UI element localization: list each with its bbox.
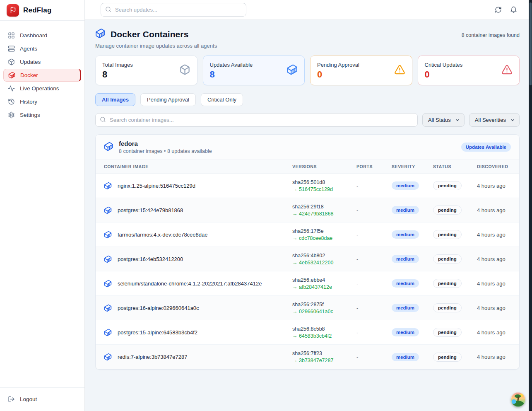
filter-tab-all-images[interactable]: All Images — [95, 93, 135, 106]
topbar — [85, 0, 532, 20]
image-name: postgres:15:424e79b81868 — [118, 207, 183, 213]
alert-icon — [501, 64, 513, 77]
sidebar: RedFlag Dashboard Agents Updates Docker … — [0, 0, 85, 411]
page-header: Docker Containers Manage container image… — [95, 28, 520, 49]
column-header-discovered: DISCOVERED — [477, 164, 511, 169]
refresh-icon[interactable] — [495, 6, 502, 13]
container-image-cell: farmos/farmos:4.x-dev:cdc78cee8dae — [104, 231, 292, 239]
version-new: → 3b73847e7287 — [292, 358, 356, 363]
sidebar-item-settings[interactable]: Settings — [3, 109, 81, 121]
severity-filter-select[interactable]: All Severities — [469, 113, 520, 127]
container-icon — [104, 304, 112, 312]
container-icon — [104, 329, 112, 336]
ports-cell: - — [356, 329, 392, 336]
status-filter-select[interactable]: All Status — [422, 113, 465, 127]
table-row[interactable]: postgres:15-alpine:64583b3cb4f2 sha256:8… — [96, 320, 519, 345]
table-row[interactable]: farmos/farmos:4.x-dev:cdc78cee8dae sha25… — [96, 222, 519, 247]
images-found-count: 8 container images found — [462, 32, 520, 38]
stat-value: 0 — [317, 69, 405, 80]
filter-tab-pending-approval[interactable]: Pending Approval — [140, 93, 196, 106]
stat-card-total-images: Total Images 8 — [95, 56, 197, 85]
sidebar-item-history[interactable]: History — [3, 95, 81, 108]
container-icon — [104, 231, 112, 239]
discovered-cell: 4 hours ago — [477, 305, 511, 311]
sidebar-item-dashboard[interactable]: Dashboard — [3, 29, 81, 42]
sidebar-item-updates[interactable]: Updates — [3, 56, 81, 68]
container-image-cell: postgres:15:424e79b81868 — [104, 206, 292, 214]
sidebar-item-agents[interactable]: Agents — [3, 42, 81, 55]
sidebar-item-live-operations[interactable]: Live Operations — [3, 82, 81, 95]
global-search — [101, 3, 246, 17]
stat-value: 8 — [102, 69, 190, 80]
version-new: → 4eb532412200 — [292, 260, 356, 266]
ports-cell: - — [356, 354, 392, 360]
island-widget[interactable] — [511, 392, 525, 407]
sidebar-item-label: Docker — [20, 72, 38, 78]
severity-cell: medium — [392, 181, 433, 190]
search-icon — [105, 6, 111, 12]
container-icon — [104, 142, 113, 153]
alert-icon — [394, 64, 405, 77]
version-current: sha256:4b802 — [292, 253, 356, 259]
table-row[interactable]: nginx:1.25-alpine:516475cc129d sha256:50… — [96, 174, 519, 198]
main-area: Docker Containers Manage container image… — [85, 0, 532, 411]
severity-cell: medium — [392, 255, 433, 263]
status-cell: pending — [433, 230, 477, 239]
table-row[interactable]: redis:7-alpine:3b73847e7287 sha256:7ff23… — [96, 345, 519, 369]
filter-tab-critical-only[interactable]: Critical Only — [201, 93, 243, 106]
table-row[interactable]: selenium/standalone-chrome:4.1.2-2022021… — [96, 271, 519, 296]
severity-badge: medium — [392, 304, 419, 312]
status-badge: pending — [433, 206, 462, 215]
table-row[interactable]: postgres:16-alpine:029660641a0c sha256:2… — [96, 296, 519, 320]
updates-available-badge: Updates Available — [461, 143, 511, 152]
settings-icon — [8, 111, 15, 118]
status-cell: pending — [433, 303, 477, 312]
container-icon — [286, 64, 298, 77]
versions-cell: sha256:17f5e → cdc78cee8dae — [292, 228, 356, 241]
sidebar-item-docker[interactable]: Docker — [3, 69, 81, 82]
logout-button[interactable]: Logout — [3, 393, 81, 406]
status-cell: pending — [433, 353, 477, 362]
scrollbar-thumb[interactable] — [530, 2, 532, 85]
table-row[interactable]: postgres:15:424e79b81868 sha256:29f18 → … — [96, 198, 519, 222]
version-current: sha256:17f5e — [292, 228, 356, 234]
brand: RedFlag — [0, 0, 84, 21]
status-badge: pending — [433, 328, 462, 337]
versions-cell: sha256:29f18 → 424e79b81868 — [292, 204, 356, 217]
page-scrollbar[interactable] — [529, 0, 532, 411]
image-name: selenium/standalone-chrome:4.1.2-2022021… — [118, 280, 262, 287]
discovered-cell: 4 hours ago — [477, 280, 511, 287]
container-image-cell: postgres:15-alpine:64583b3cb4f2 — [104, 329, 292, 336]
status-badge: pending — [433, 353, 462, 362]
container-image-cell: redis:7-alpine:3b73847e7287 — [104, 353, 292, 361]
severity-badge: medium — [392, 353, 419, 361]
global-search-input[interactable] — [101, 3, 246, 17]
stat-label: Total Images — [102, 62, 190, 68]
ports-cell: - — [356, 183, 392, 189]
column-header-ports: PORTS — [356, 164, 392, 169]
sidebar-item-label: Agents — [20, 46, 37, 52]
table-row[interactable]: postgres:16:4eb532412200 sha256:4b802 → … — [96, 247, 519, 271]
discovered-cell: 4 hours ago — [477, 354, 511, 360]
status-badge: pending — [433, 303, 462, 312]
severity-cell: medium — [392, 304, 433, 312]
bell-icon[interactable] — [510, 6, 517, 13]
severity-badge: medium — [392, 328, 419, 336]
version-current: sha256:2875f — [292, 302, 356, 307]
container-image-cell: postgres:16-alpine:029660641a0c — [104, 304, 292, 312]
filter-tab-label: All Images — [102, 97, 129, 103]
sidebar-item-label: Live Operations — [20, 85, 59, 92]
logout-label: Logout — [20, 396, 37, 402]
severity-cell: medium — [392, 353, 433, 361]
column-header-container-image: CONTAINER IMAGE — [104, 164, 292, 169]
brand-name: RedFlag — [23, 6, 51, 15]
status-badge: pending — [433, 181, 462, 190]
container-icon — [104, 353, 112, 361]
version-current: sha256:501d8 — [292, 179, 356, 185]
severity-cell: medium — [392, 279, 433, 288]
ports-cell: - — [356, 305, 392, 311]
status-badge: pending — [433, 230, 462, 239]
image-search-input[interactable] — [95, 113, 418, 127]
image-name: postgres:15-alpine:64583b3cb4f2 — [118, 329, 197, 336]
search-icon — [100, 116, 106, 123]
